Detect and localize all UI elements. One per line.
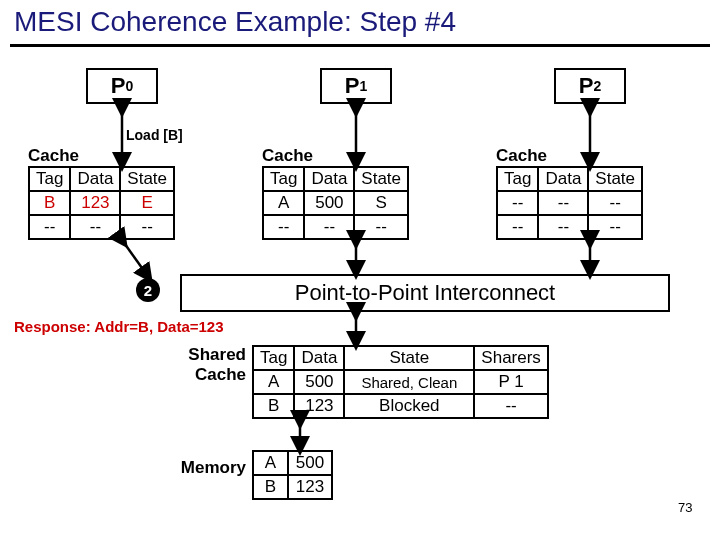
- connector-arrows: [0, 0, 720, 540]
- arrow-cache0-interconnect: [122, 240, 147, 275]
